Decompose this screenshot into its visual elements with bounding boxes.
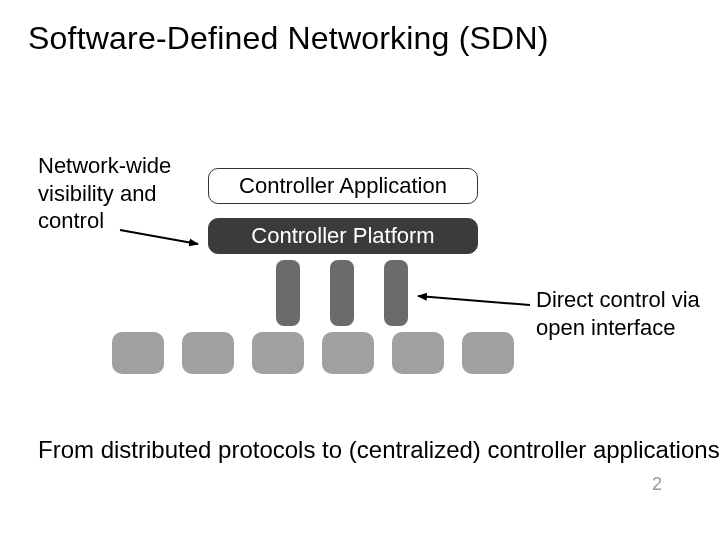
slide-title: Software-Defined Networking (SDN) [28, 20, 549, 57]
svg-line-2 [418, 296, 530, 305]
switch-icon [252, 332, 304, 374]
switch-icon [392, 332, 444, 374]
page-number: 2 [652, 474, 662, 495]
switch-icon [112, 332, 164, 374]
switch-icon [462, 332, 514, 374]
summary-text: From distributed protocols to (centraliz… [38, 436, 720, 464]
control-link-icon [384, 260, 408, 326]
switch-icon [322, 332, 374, 374]
control-link-icon [330, 260, 354, 326]
switch-icon [182, 332, 234, 374]
controller-platform-box: Controller Platform [208, 218, 478, 254]
left-annotation: Network-widevisibility andcontrol [38, 152, 171, 235]
control-link-icon [276, 260, 300, 326]
right-annotation: Direct control viaopen interface [536, 286, 700, 341]
controller-application-box: Controller Application [208, 168, 478, 204]
